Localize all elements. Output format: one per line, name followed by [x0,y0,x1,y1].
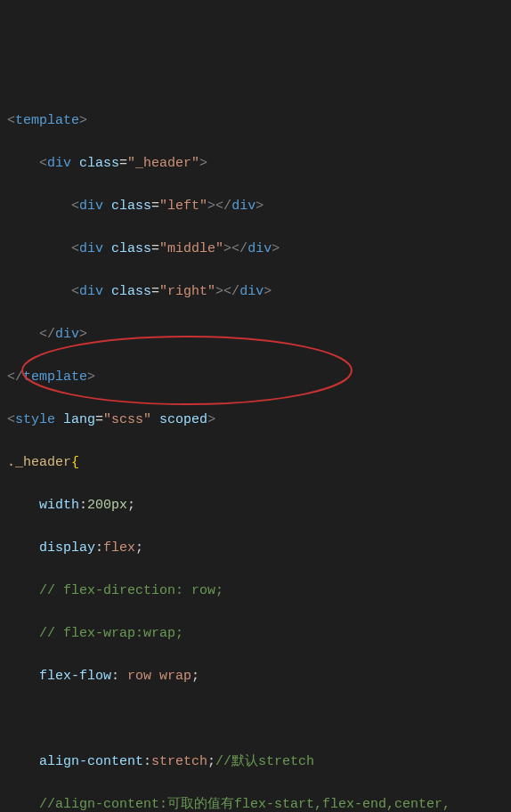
code-line [7,709,511,730]
code-line: <div class="left"></div> [7,196,511,217]
code-line: //align-content:可取的值有flex-start,flex-end… [7,794,511,812]
code-line: // flex-direction: row; [7,581,511,602]
code-line: align-content:stretch;//默认stretch [7,751,511,773]
code-line: <div class="right"></div> [7,281,511,303]
code-line: <style lang="scss" scoped> [7,410,511,431]
code-line: // flex-wrap:wrap; [7,623,511,645]
code-editor[interactable]: <template> <div class="_header"> <div cl… [0,85,511,812]
code-line: <template> [7,110,511,132]
code-line: width:200px; [7,495,511,516]
code-line: <div class="middle"></div> [7,239,511,260]
code-line: display:flex; [7,538,511,559]
code-line: <div class="_header"> [7,153,511,175]
code-line: flex-flow: row wrap; [7,666,511,687]
code-line: </div> [7,324,511,345]
code-line: </template> [7,367,511,388]
code-line: ._header{ [7,452,511,474]
